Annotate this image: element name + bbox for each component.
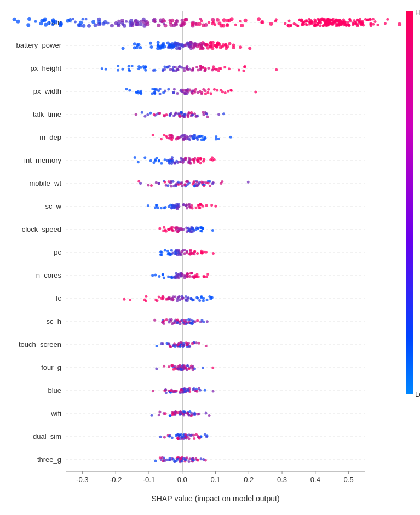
chart-container: High Low Feature value bbox=[0, 0, 420, 515]
